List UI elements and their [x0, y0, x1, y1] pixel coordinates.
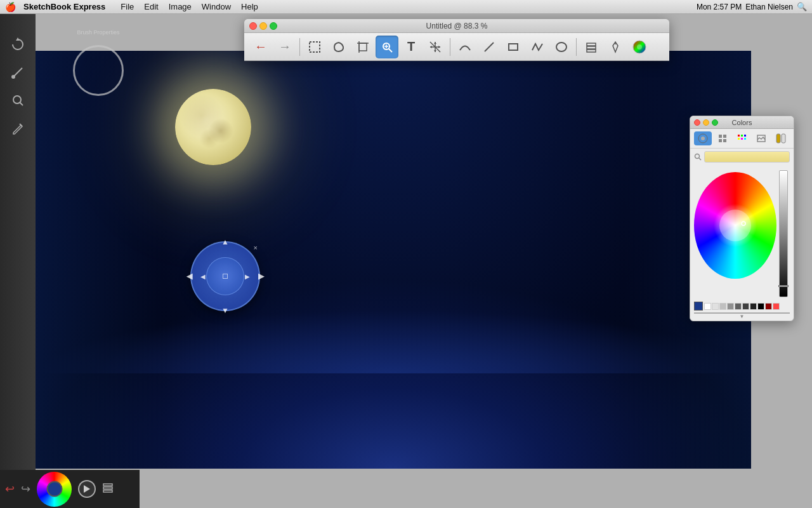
pen-curve-button[interactable]: [454, 36, 476, 58]
puck-inner-ring[interactable]: ◀ ▶: [206, 257, 244, 295]
swatch-mgray[interactable]: [727, 303, 734, 310]
colors-close-button[interactable]: [694, 119, 700, 126]
puck-close-button[interactable]: ×: [254, 244, 258, 251]
line-button[interactable]: [478, 36, 501, 58]
svg-marker-15: [434, 42, 436, 44]
select-rect-button[interactable]: [303, 36, 326, 58]
left-toolbar: [0, 14, 36, 508]
menu-help[interactable]: Help: [236, 2, 263, 11]
drawing-canvas[interactable]: [36, 51, 751, 469]
svg-rect-24: [587, 50, 596, 52]
navigation-puck[interactable]: × ▲ ▼ ◀ ▶ ◀ ▶: [190, 241, 260, 311]
svg-line-12: [389, 49, 392, 52]
transform-button[interactable]: [424, 36, 447, 58]
brush-properties-label: Brush Properties: [63, 29, 133, 36]
current-color-swatch[interactable]: [694, 302, 703, 311]
apple-menu[interactable]: 🍎: [5, 2, 16, 12]
zoom-button[interactable]: [376, 36, 398, 58]
colors-maximize-button[interactable]: [712, 119, 718, 126]
svg-rect-8: [359, 43, 367, 51]
swatch-silver[interactable]: [719, 303, 726, 310]
colors-minimize-button[interactable]: [703, 119, 709, 126]
colors-titlebar: Colors: [690, 116, 794, 129]
swatch-near-black[interactable]: [750, 303, 757, 310]
puck-center[interactable]: [223, 274, 228, 279]
brightness-slider[interactable]: [779, 170, 788, 297]
puck-down-button[interactable]: ▼: [221, 306, 229, 315]
redo-button[interactable]: →: [273, 36, 296, 58]
svg-rect-34: [738, 135, 740, 137]
svg-point-43: [695, 154, 700, 159]
rectangle-button[interactable]: [502, 36, 525, 58]
swatch-white[interactable]: [704, 303, 711, 310]
time-display: Mon 2:57 PM: [697, 3, 742, 11]
crop-button[interactable]: [351, 36, 374, 58]
puck-left-outer-button[interactable]: ◀: [187, 272, 192, 281]
search-icon[interactable]: 🔍: [797, 2, 807, 11]
menu-edit[interactable]: Edit: [139, 2, 163, 11]
svg-rect-22: [587, 43, 596, 46]
puck-pan-left[interactable]: ◀: [200, 273, 206, 280]
svg-rect-37: [738, 138, 740, 140]
brightness-handle[interactable]: [778, 285, 789, 287]
svg-rect-32: [719, 139, 722, 142]
puck-up-button[interactable]: ▲: [221, 237, 229, 246]
svg-point-29: [701, 137, 705, 140]
brush-ring-circle[interactable]: [73, 45, 124, 96]
svg-point-27: [637, 44, 642, 50]
svg-marker-18: [438, 46, 440, 48]
puck-outer-ring[interactable]: × ▲ ▼ ◀ ▶ ◀ ▶: [190, 241, 260, 311]
colors-tab-swatch[interactable]: [772, 131, 790, 145]
colors-tab-palette[interactable]: [733, 131, 751, 145]
svg-rect-7: [310, 42, 320, 52]
swatch-darkred[interactable]: [765, 303, 772, 310]
layers-button[interactable]: [580, 36, 603, 58]
svg-rect-31: [723, 135, 726, 138]
eyedropper-tool-btn[interactable]: [5, 116, 30, 141]
menu-file[interactable]: File: [115, 2, 139, 11]
color-circle-button[interactable]: [628, 36, 651, 58]
mini-color-wheel[interactable]: [37, 472, 72, 507]
tool-selector-btn[interactable]: [78, 480, 96, 498]
menu-window[interactable]: Window: [197, 2, 236, 11]
color-hex-input[interactable]: [704, 151, 790, 163]
user-display: Ethan Nielsen: [745, 3, 793, 11]
menu-image[interactable]: Image: [164, 2, 197, 11]
brush-properties-widget[interactable]: Brush Properties: [63, 29, 133, 99]
side-glow-left: [36, 51, 162, 469]
undo-button[interactable]: ←: [249, 36, 272, 58]
lasso-select-button[interactable]: [327, 36, 350, 58]
colors-tab-wheel[interactable]: [694, 131, 712, 145]
swatch-red[interactable]: [773, 303, 780, 310]
undo-icon[interactable]: ↩: [5, 482, 15, 496]
window-minimize-button[interactable]: [259, 22, 267, 30]
swatch-black[interactable]: [757, 303, 764, 310]
layers-icon[interactable]: [102, 482, 114, 496]
drawing-toolbar: ← →: [244, 33, 669, 61]
swatch-lgray[interactable]: [712, 303, 719, 310]
rotate-tool-btn[interactable]: [5, 32, 30, 57]
redo-icon[interactable]: ↪: [21, 482, 30, 496]
color-wheel-svg[interactable]: [694, 168, 776, 285]
colors-tab-crayon[interactable]: [714, 131, 731, 145]
text-button[interactable]: T: [400, 36, 422, 58]
window-titlebar: Untitled @ 88.3 %: [244, 19, 669, 33]
window-close-button[interactable]: [249, 22, 257, 30]
brush-tool-btn[interactable]: [5, 60, 30, 85]
zoom-tool-btn[interactable]: [5, 88, 30, 113]
window-maximize-button[interactable]: [270, 22, 277, 30]
swatch-dgray[interactable]: [735, 303, 742, 310]
color-wheel-container[interactable]: [694, 168, 776, 285]
system-icons: Mon 2:57 PM Ethan Nielsen 🔍: [697, 2, 807, 11]
puck-pan-right[interactable]: ▶: [245, 273, 250, 280]
colors-tab-image[interactable]: [752, 131, 770, 145]
pen-nib-button[interactable]: [604, 36, 627, 58]
zigzag-button[interactable]: [526, 36, 549, 58]
puck-right-outer-button[interactable]: ▶: [258, 272, 264, 281]
swatch-vdgray[interactable]: [742, 303, 749, 310]
divider-3: [576, 38, 577, 56]
color-wheel-area: [690, 165, 794, 300]
ellipse-button[interactable]: [550, 36, 573, 58]
svg-rect-35: [741, 135, 743, 137]
moon-element: [175, 89, 251, 165]
